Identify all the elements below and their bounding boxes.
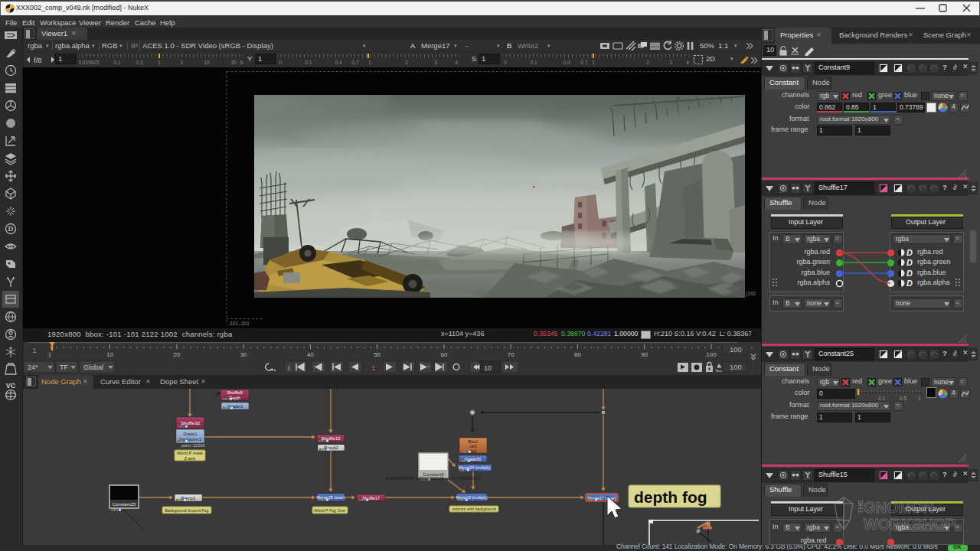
svg-text:Merge25 (over): Merge25 (over) (316, 495, 345, 500)
svg-text:0.8619999886 0.8500000238: 0.8619999886 0.8500000238 (386, 476, 444, 481)
svg-text:World P Fog Over: World P Fog Over (314, 508, 346, 513)
svg-text:3: 3 (180, 60, 183, 65)
svg-text:Grade1: Grade1 (183, 432, 197, 436)
svg-text:Shuffle9: Shuffle9 (227, 390, 242, 395)
svg-text:1: 1 (158, 60, 161, 65)
svg-text:0.3: 0.3 (136, 60, 142, 65)
svg-text:-101,-101: -101,-101 (228, 321, 250, 326)
svg-text:4: 4 (686, 60, 689, 65)
svg-text:0.7: 0.7 (351, 60, 358, 65)
svg-text:0.5: 0.5 (900, 396, 906, 401)
svg-text:100: 100 (706, 351, 717, 358)
svg-text:10: 10 (484, 364, 492, 372)
svg-text:50: 50 (374, 351, 381, 358)
svg-text:70: 70 (508, 351, 514, 358)
svg-text:World P mask: World P mask (177, 451, 203, 455)
svg-text:Shuffle32: Shuffle32 (181, 421, 201, 425)
svg-text:30: 30 (240, 351, 247, 358)
svg-text:24*: 24* (28, 364, 38, 371)
svg-text:Global: Global (83, 364, 103, 371)
svg-text:80: 80 (574, 351, 581, 358)
svg-text:1: 1 (592, 60, 595, 65)
svg-text:4: 4 (455, 60, 458, 65)
svg-text:depth fog: depth fog (634, 488, 707, 506)
svg-text:Z axis: Z axis (185, 456, 196, 461)
svg-text:0.015625: 0.015625 (79, 60, 100, 65)
svg-text:2: 2 (405, 60, 408, 65)
svg-text:D: D (8, 225, 14, 233)
svg-text:TF: TF (60, 364, 68, 371)
svg-text:30: 30 (230, 60, 237, 65)
svg-text:20: 20 (173, 351, 180, 358)
svg-text:point -22000: point -22000 (181, 443, 205, 448)
svg-text:90: 90 (641, 351, 648, 358)
svg-text:10: 10 (204, 60, 210, 65)
svg-text:1: 1 (918, 396, 921, 401)
svg-text:(192: (192 (746, 291, 756, 297)
svg-text:0.1: 0.1 (305, 60, 312, 65)
svg-text:0.7: 0.7 (580, 60, 587, 65)
svg-text:1: 1 (368, 60, 371, 65)
svg-text:64: 64 (240, 60, 243, 65)
svg-text:10: 10 (106, 351, 113, 358)
svg-text:0: 0 (279, 60, 282, 65)
svg-text:I: I (288, 364, 290, 372)
svg-text:GNOMON: GNOMON (864, 499, 934, 516)
svg-text:0.4: 0.4 (563, 60, 570, 65)
svg-text:Blur1: Blur1 (469, 439, 479, 444)
svg-text:3: 3 (434, 60, 437, 65)
svg-text:Constant25: Constant25 (113, 502, 136, 507)
svg-text:0.1: 0.1 (113, 60, 120, 65)
svg-text:0.4: 0.4 (335, 60, 341, 65)
svg-text:1: 1 (32, 347, 36, 354)
svg-text:WORKSHOP: WORKSHOP (864, 516, 956, 533)
svg-text:1: 1 (48, 351, 52, 358)
svg-text:3: 3 (669, 60, 672, 65)
svg-text:0.1: 0.1 (878, 396, 885, 401)
svg-text:40: 40 (307, 351, 314, 358)
svg-text:(all): (all) (469, 444, 476, 448)
svg-text:0.7378934622: 0.7378934622 (452, 476, 480, 481)
svg-text:60: 60 (440, 351, 447, 358)
svg-text:f/8: f/8 (34, 56, 42, 64)
svg-text:2: 2 (646, 60, 649, 65)
svg-text:Background Ground Fog: Background Ground Fog (165, 508, 209, 513)
svg-text:1: 1 (371, 364, 375, 372)
svg-text:colorize with background: colorize with background (452, 507, 495, 511)
svg-text:blackpoint 0: blackpoint 0 (179, 437, 201, 442)
svg-text:0: 0 (504, 60, 507, 65)
svg-text:0.1: 0.1 (530, 60, 537, 65)
